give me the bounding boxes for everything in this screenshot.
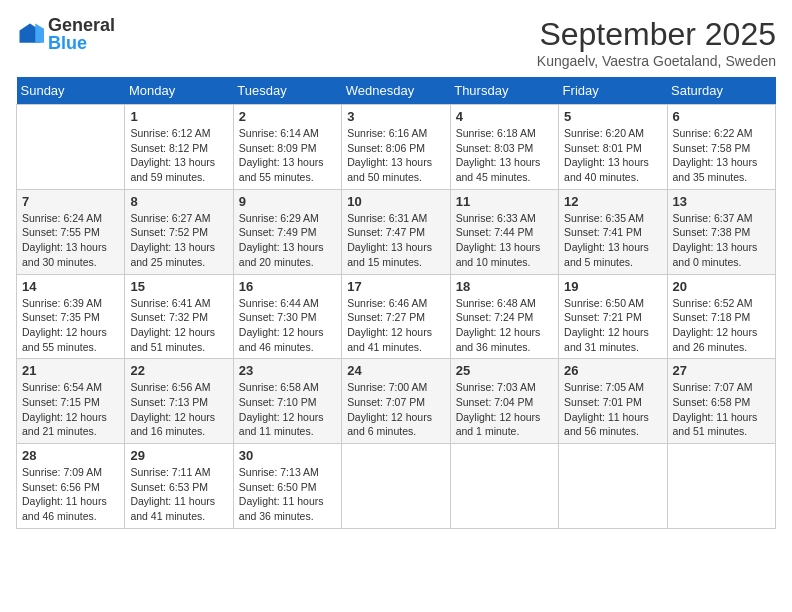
calendar-cell: 9Sunrise: 6:29 AM Sunset: 7:49 PM Daylig…: [233, 189, 341, 274]
calendar-cell: 13Sunrise: 6:37 AM Sunset: 7:38 PM Dayli…: [667, 189, 775, 274]
calendar-cell: 10Sunrise: 6:31 AM Sunset: 7:47 PM Dayli…: [342, 189, 450, 274]
calendar-cell: 30Sunrise: 7:13 AM Sunset: 6:50 PM Dayli…: [233, 444, 341, 529]
day-number: 23: [239, 363, 336, 378]
calendar-cell: 26Sunrise: 7:05 AM Sunset: 7:01 PM Dayli…: [559, 359, 667, 444]
calendar-cell: 6Sunrise: 6:22 AM Sunset: 7:58 PM Daylig…: [667, 105, 775, 190]
day-number: 5: [564, 109, 661, 124]
calendar-cell: 24Sunrise: 7:00 AM Sunset: 7:07 PM Dayli…: [342, 359, 450, 444]
day-info: Sunrise: 6:18 AM Sunset: 8:03 PM Dayligh…: [456, 126, 553, 185]
day-info: Sunrise: 6:22 AM Sunset: 7:58 PM Dayligh…: [673, 126, 770, 185]
calendar-week-3: 14Sunrise: 6:39 AM Sunset: 7:35 PM Dayli…: [17, 274, 776, 359]
day-number: 18: [456, 279, 553, 294]
calendar-cell: 29Sunrise: 7:11 AM Sunset: 6:53 PM Dayli…: [125, 444, 233, 529]
calendar-cell: 4Sunrise: 6:18 AM Sunset: 8:03 PM Daylig…: [450, 105, 558, 190]
day-info: Sunrise: 6:58 AM Sunset: 7:10 PM Dayligh…: [239, 380, 336, 439]
day-number: 12: [564, 194, 661, 209]
day-number: 14: [22, 279, 119, 294]
header-day-sunday: Sunday: [17, 77, 125, 105]
day-number: 13: [673, 194, 770, 209]
header-day-thursday: Thursday: [450, 77, 558, 105]
calendar-cell: 18Sunrise: 6:48 AM Sunset: 7:24 PM Dayli…: [450, 274, 558, 359]
calendar-header-row: SundayMondayTuesdayWednesdayThursdayFrid…: [17, 77, 776, 105]
day-number: 28: [22, 448, 119, 463]
calendar-cell: [667, 444, 775, 529]
calendar-cell: 14Sunrise: 6:39 AM Sunset: 7:35 PM Dayli…: [17, 274, 125, 359]
svg-marker-1: [35, 24, 44, 43]
day-info: Sunrise: 7:05 AM Sunset: 7:01 PM Dayligh…: [564, 380, 661, 439]
calendar-week-4: 21Sunrise: 6:54 AM Sunset: 7:15 PM Dayli…: [17, 359, 776, 444]
day-info: Sunrise: 7:11 AM Sunset: 6:53 PM Dayligh…: [130, 465, 227, 524]
logo-blue: Blue: [48, 34, 115, 52]
logo-general: General: [48, 16, 115, 34]
day-info: Sunrise: 7:07 AM Sunset: 6:58 PM Dayligh…: [673, 380, 770, 439]
day-info: Sunrise: 6:39 AM Sunset: 7:35 PM Dayligh…: [22, 296, 119, 355]
day-info: Sunrise: 6:44 AM Sunset: 7:30 PM Dayligh…: [239, 296, 336, 355]
calendar-week-1: 1Sunrise: 6:12 AM Sunset: 8:12 PM Daylig…: [17, 105, 776, 190]
day-info: Sunrise: 7:00 AM Sunset: 7:07 PM Dayligh…: [347, 380, 444, 439]
day-number: 6: [673, 109, 770, 124]
day-info: Sunrise: 6:54 AM Sunset: 7:15 PM Dayligh…: [22, 380, 119, 439]
day-number: 4: [456, 109, 553, 124]
day-number: 25: [456, 363, 553, 378]
day-number: 29: [130, 448, 227, 463]
day-number: 21: [22, 363, 119, 378]
calendar-cell: 8Sunrise: 6:27 AM Sunset: 7:52 PM Daylig…: [125, 189, 233, 274]
header-day-monday: Monday: [125, 77, 233, 105]
header-day-friday: Friday: [559, 77, 667, 105]
calendar-table: SundayMondayTuesdayWednesdayThursdayFrid…: [16, 77, 776, 529]
logo-icon: [16, 20, 44, 48]
day-info: Sunrise: 6:31 AM Sunset: 7:47 PM Dayligh…: [347, 211, 444, 270]
calendar-cell: 15Sunrise: 6:41 AM Sunset: 7:32 PM Dayli…: [125, 274, 233, 359]
calendar-cell: 19Sunrise: 6:50 AM Sunset: 7:21 PM Dayli…: [559, 274, 667, 359]
calendar-cell: [559, 444, 667, 529]
logo-text: General Blue: [48, 16, 115, 52]
calendar-cell: 11Sunrise: 6:33 AM Sunset: 7:44 PM Dayli…: [450, 189, 558, 274]
day-info: Sunrise: 6:56 AM Sunset: 7:13 PM Dayligh…: [130, 380, 227, 439]
day-number: 17: [347, 279, 444, 294]
day-number: 9: [239, 194, 336, 209]
calendar-cell: 2Sunrise: 6:14 AM Sunset: 8:09 PM Daylig…: [233, 105, 341, 190]
day-info: Sunrise: 6:50 AM Sunset: 7:21 PM Dayligh…: [564, 296, 661, 355]
title-block: September 2025 Kungaelv, Vaestra Goetala…: [537, 16, 776, 69]
day-info: Sunrise: 7:03 AM Sunset: 7:04 PM Dayligh…: [456, 380, 553, 439]
day-info: Sunrise: 7:09 AM Sunset: 6:56 PM Dayligh…: [22, 465, 119, 524]
calendar-cell: 22Sunrise: 6:56 AM Sunset: 7:13 PM Dayli…: [125, 359, 233, 444]
day-number: 30: [239, 448, 336, 463]
day-info: Sunrise: 7:13 AM Sunset: 6:50 PM Dayligh…: [239, 465, 336, 524]
day-info: Sunrise: 6:46 AM Sunset: 7:27 PM Dayligh…: [347, 296, 444, 355]
calendar-cell: 5Sunrise: 6:20 AM Sunset: 8:01 PM Daylig…: [559, 105, 667, 190]
calendar-cell: 28Sunrise: 7:09 AM Sunset: 6:56 PM Dayli…: [17, 444, 125, 529]
day-info: Sunrise: 6:16 AM Sunset: 8:06 PM Dayligh…: [347, 126, 444, 185]
month-title: September 2025: [537, 16, 776, 53]
day-info: Sunrise: 6:37 AM Sunset: 7:38 PM Dayligh…: [673, 211, 770, 270]
day-info: Sunrise: 6:35 AM Sunset: 7:41 PM Dayligh…: [564, 211, 661, 270]
day-number: 8: [130, 194, 227, 209]
calendar-cell: 7Sunrise: 6:24 AM Sunset: 7:55 PM Daylig…: [17, 189, 125, 274]
day-number: 2: [239, 109, 336, 124]
calendar-cell: [342, 444, 450, 529]
day-number: 24: [347, 363, 444, 378]
day-number: 11: [456, 194, 553, 209]
page-header: General Blue September 2025 Kungaelv, Va…: [16, 16, 776, 69]
day-info: Sunrise: 6:48 AM Sunset: 7:24 PM Dayligh…: [456, 296, 553, 355]
day-number: 7: [22, 194, 119, 209]
day-number: 20: [673, 279, 770, 294]
day-number: 27: [673, 363, 770, 378]
day-info: Sunrise: 6:29 AM Sunset: 7:49 PM Dayligh…: [239, 211, 336, 270]
calendar-cell: 20Sunrise: 6:52 AM Sunset: 7:18 PM Dayli…: [667, 274, 775, 359]
calendar-cell: 25Sunrise: 7:03 AM Sunset: 7:04 PM Dayli…: [450, 359, 558, 444]
calendar-week-2: 7Sunrise: 6:24 AM Sunset: 7:55 PM Daylig…: [17, 189, 776, 274]
day-number: 3: [347, 109, 444, 124]
calendar-cell: 27Sunrise: 7:07 AM Sunset: 6:58 PM Dayli…: [667, 359, 775, 444]
calendar-cell: 12Sunrise: 6:35 AM Sunset: 7:41 PM Dayli…: [559, 189, 667, 274]
calendar-cell: 23Sunrise: 6:58 AM Sunset: 7:10 PM Dayli…: [233, 359, 341, 444]
logo: General Blue: [16, 16, 115, 52]
header-day-tuesday: Tuesday: [233, 77, 341, 105]
day-info: Sunrise: 6:41 AM Sunset: 7:32 PM Dayligh…: [130, 296, 227, 355]
calendar-cell: 21Sunrise: 6:54 AM Sunset: 7:15 PM Dayli…: [17, 359, 125, 444]
day-info: Sunrise: 6:12 AM Sunset: 8:12 PM Dayligh…: [130, 126, 227, 185]
day-number: 22: [130, 363, 227, 378]
header-day-saturday: Saturday: [667, 77, 775, 105]
day-number: 1: [130, 109, 227, 124]
calendar-cell: 3Sunrise: 6:16 AM Sunset: 8:06 PM Daylig…: [342, 105, 450, 190]
